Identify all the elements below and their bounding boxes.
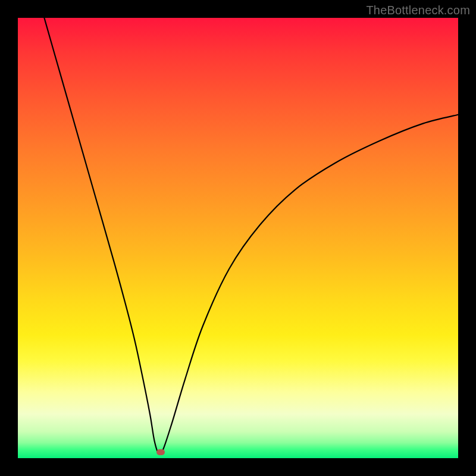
chart-frame: TheBottleneck.com bbox=[0, 0, 476, 476]
bottleneck-curve bbox=[18, 18, 458, 458]
watermark-text: TheBottleneck.com bbox=[366, 4, 470, 17]
minimum-marker-icon bbox=[156, 449, 165, 455]
plot-area bbox=[18, 18, 458, 458]
